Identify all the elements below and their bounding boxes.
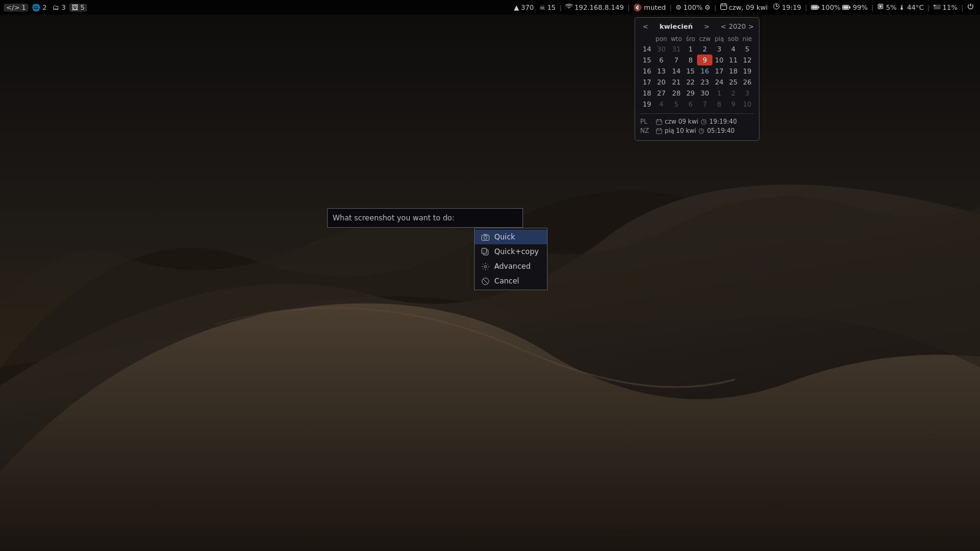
cal-footer-clock-icon <box>701 119 707 125</box>
cal-day[interactable]: 1 <box>684 43 697 54</box>
cal-day[interactable]: 31 <box>669 43 684 54</box>
disk-percent: 11% <box>943 4 957 12</box>
cal-day[interactable]: 19 <box>741 66 754 77</box>
cal-day[interactable]: 8 <box>712 99 726 110</box>
workspace-3-num: 3 <box>61 4 66 12</box>
next-year-button[interactable]: > <box>748 23 754 31</box>
statusbar-right: ▲ 370 ☠ 15 | 192.168.8.149 | 🔇 muted | <box>511 3 976 12</box>
day-header-wed: śro <box>684 34 697 43</box>
cal-day[interactable]: 17 <box>712 66 726 77</box>
workspace-1[interactable]: </> 1 <box>4 4 28 12</box>
day-header-sat: sob <box>726 34 741 43</box>
cal-day[interactable]: 4 <box>654 99 669 110</box>
prev-year-button[interactable]: < <box>721 23 726 31</box>
svg-rect-12 <box>843 6 849 9</box>
day-header-sun: nie <box>741 34 754 43</box>
wifi-icon <box>565 4 573 12</box>
next-month-button[interactable]: > <box>701 23 712 31</box>
cal-day[interactable]: 10 <box>741 99 754 110</box>
disk-indicator[interactable]: 11% <box>931 4 960 12</box>
cal-footer-pl: PL czw 09 kwi 19:19:40 <box>640 117 754 126</box>
svg-rect-25 <box>933 5 935 6</box>
cal-day[interactable]: 3 <box>712 43 726 54</box>
date-text: czw, 09 kwi <box>729 4 768 12</box>
cal-week-19: 19 4 5 6 7 8 9 10 <box>640 99 754 110</box>
cal-day[interactable]: 28 <box>669 88 684 99</box>
cal-day[interactable]: 5 <box>669 99 684 110</box>
cal-nz-date: pią 10 kwi <box>665 127 696 134</box>
cal-day[interactable]: 12 <box>741 54 754 66</box>
week-num-15: 15 <box>640 54 654 66</box>
power-indicator[interactable] <box>965 3 976 12</box>
prev-month-button[interactable]: < <box>640 23 650 31</box>
calendar-grid: pon wto śro czw pią sob nie 14 30 31 1 2… <box>640 34 754 110</box>
workspace-5[interactable]: 🖼 5 <box>69 4 87 12</box>
cal-day[interactable]: 1 <box>712 88 726 99</box>
menu-item-quick-copy[interactable]: Quick+copy <box>475 244 547 259</box>
cal-day[interactable]: 6 <box>654 54 669 66</box>
sep-4: | <box>714 4 717 12</box>
cal-day[interactable]: 8 <box>684 54 697 66</box>
cal-footer-cal-icon <box>656 119 662 125</box>
cal-day[interactable]: 6 <box>684 99 697 110</box>
copy-icon <box>481 247 489 256</box>
cal-day[interactable]: 20 <box>654 77 669 88</box>
cpu-indicator[interactable]: ⚙ 100% ⚙ <box>673 4 713 12</box>
skulls-indicator[interactable]: ☠ 15 <box>537 4 559 12</box>
cal-day[interactable]: 9 <box>726 99 741 110</box>
cal-day[interactable]: 21 <box>669 77 684 88</box>
datetime-indicator[interactable]: czw, 09 kwi <box>718 3 771 12</box>
cal-day-highlight[interactable]: 16 <box>697 66 712 77</box>
cal-day-today[interactable]: 9 <box>697 54 712 66</box>
svg-rect-15 <box>880 6 882 8</box>
cal-day[interactable]: 24 <box>712 77 726 88</box>
cal-day[interactable]: 30 <box>697 88 712 99</box>
svg-point-49 <box>484 265 486 268</box>
cal-day[interactable]: 23 <box>697 77 712 88</box>
menu-item-quick[interactable]: Quick <box>475 230 547 244</box>
cal-day[interactable]: 22 <box>684 77 697 88</box>
image-icon: 🖼 <box>72 4 78 12</box>
cal-day[interactable]: 26 <box>741 77 754 88</box>
day-header-mon: pon <box>654 34 669 43</box>
cal-pl-info: czw 09 kwi 19:19:40 <box>656 118 737 125</box>
wifi-indicator[interactable]: 192.168.8.149 <box>563 4 626 12</box>
workspace-2[interactable]: 🌐 2 <box>29 4 49 12</box>
volume-indicator[interactable]: 🔇 muted <box>631 4 668 12</box>
cal-day[interactable]: 10 <box>712 54 726 66</box>
cal-day[interactable]: 25 <box>726 77 741 88</box>
screenshot-input[interactable] <box>474 208 523 228</box>
cal-day[interactable]: 7 <box>669 54 684 66</box>
cal-day[interactable]: 29 <box>684 88 697 99</box>
menu-item-advanced[interactable]: Advanced <box>475 259 547 274</box>
cal-day[interactable]: 2 <box>697 43 712 54</box>
cal-day[interactable]: 7 <box>697 99 712 110</box>
skull-icon: ☠ <box>540 4 546 12</box>
week-num-19: 19 <box>640 99 654 110</box>
svg-rect-1 <box>720 4 726 10</box>
updates-indicator[interactable]: ▲ 370 <box>511 4 536 12</box>
cal-day[interactable]: 18 <box>726 66 741 77</box>
cal-day[interactable]: 2 <box>726 88 741 99</box>
cal-day[interactable]: 5 <box>741 43 754 54</box>
cal-day[interactable]: 30 <box>654 43 669 54</box>
calendar-icon <box>720 3 727 12</box>
cal-day[interactable]: 27 <box>654 88 669 99</box>
cal-day[interactable]: 14 <box>669 66 684 77</box>
cal-day[interactable]: 13 <box>654 66 669 77</box>
cal-day[interactable]: 15 <box>684 66 697 77</box>
cpu2-indicator[interactable]: 5% 🌡 44°C <box>875 3 926 12</box>
menu-item-cancel[interactable]: Cancel <box>475 274 547 288</box>
cal-day[interactable]: 11 <box>726 54 741 66</box>
workspace-3[interactable]: 🗂 3 <box>50 4 68 12</box>
sep-2: | <box>628 4 630 12</box>
calendar-year: 2020 <box>729 23 746 31</box>
cal-day[interactable]: 3 <box>741 88 754 99</box>
cal-week-15: 15 6 7 8 9 10 11 12 <box>640 54 754 66</box>
menu-item-cancel-label: Cancel <box>494 277 519 285</box>
cal-footer-nz: NZ pią 10 kwi 05:19:40 <box>640 126 754 135</box>
battery1-indicator[interactable]: 100% 99% <box>809 4 870 12</box>
calendar-year-nav: < 2020 > <box>721 23 754 31</box>
cal-day[interactable]: 4 <box>726 43 741 54</box>
time-indicator[interactable]: 19:19 <box>771 3 804 12</box>
